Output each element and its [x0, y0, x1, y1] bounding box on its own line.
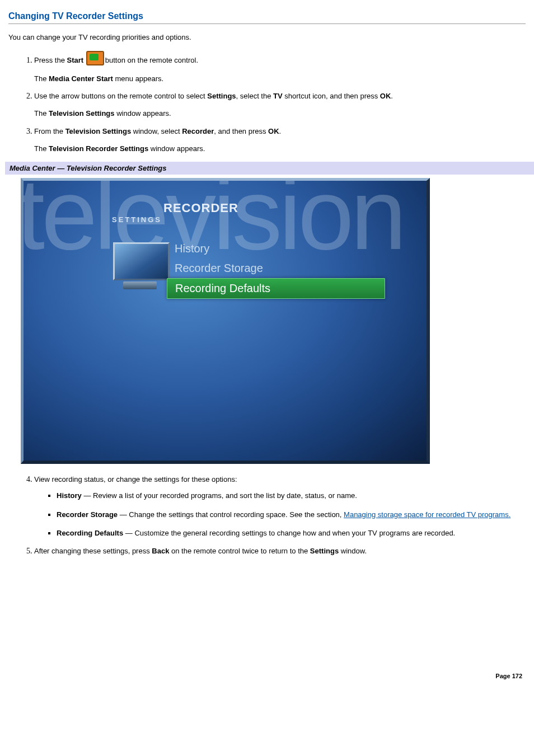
step4-text: View recording status, or change the set… [34, 475, 526, 483]
step5-b: on the remote control twice to return to… [169, 547, 310, 555]
steps-list: Press the Start button on the remote con… [8, 51, 526, 154]
step5-c: window. [339, 547, 367, 555]
step2-c: , select the [236, 92, 273, 100]
recorder-settings-screenshot: television RECORDER SETTINGS History Rec… [21, 178, 430, 464]
step2-b2: TV [273, 92, 283, 100]
bullet-recorder-storage: Recorder Storage — Change the settings t… [57, 509, 526, 520]
bullet-storage-text: Change the settings that control recordi… [129, 510, 344, 519]
bullet-defaults-sep: — [123, 529, 134, 537]
start-button-icon [86, 51, 104, 65]
step-1: Press the Start button on the remote con… [34, 51, 526, 84]
step1-follow-a: The [34, 74, 49, 83]
bullet-recording-defaults: Recording Defaults — Customize the gener… [57, 528, 526, 539]
step5-a: After changing these settings, press [34, 547, 152, 555]
step3-a: From the [34, 127, 65, 135]
recorder-option-list: History Recorder Storage Recording Defau… [167, 239, 385, 299]
bullet-history: History — Review a list of your recorded… [57, 490, 526, 501]
tv-monitor-icon [113, 242, 166, 288]
bullet-storage-name: Recorder Storage [57, 510, 118, 519]
intro-text: You can change your TV recording priorit… [8, 32, 526, 43]
step2-b3: OK [380, 92, 391, 100]
bullet-history-text: Review a list of your recorded programs,… [93, 491, 357, 500]
step2-follow-a: The [34, 109, 49, 118]
step1-follow-b: menu appears. [113, 74, 163, 83]
step2-e: . [391, 92, 393, 100]
step2-follow-bold: Television Settings [49, 109, 115, 118]
step5-b1: Back [152, 547, 169, 555]
bullet-defaults-text: Customize the general recording settings… [134, 529, 455, 537]
option-recorder-storage[interactable]: Recorder Storage [167, 259, 385, 278]
option-recording-defaults[interactable]: Recording Defaults [167, 278, 385, 299]
screen-title-recorder: RECORDER [163, 201, 238, 215]
option-history[interactable]: History [167, 239, 385, 259]
step2-follow-b: window appears. [115, 109, 171, 118]
step3-follow-a: The [34, 144, 49, 153]
step1-start-label: Start [67, 56, 84, 64]
step-2: Use the arrow buttons on the remote cont… [34, 92, 526, 119]
step1-text-b: button on the remote control. [105, 56, 198, 64]
step-3: From the Television Settings window, sel… [34, 127, 526, 154]
bullet-storage-sep: — [118, 510, 129, 519]
step1-text-a: Press the [34, 56, 67, 64]
section-heading: Changing TV Recorder Settings [8, 11, 526, 21]
step3-follow-b: window appears. [148, 144, 205, 153]
step3-b1: Television Settings [65, 127, 132, 135]
steps-list-continued: View recording status, or change the set… [8, 475, 526, 555]
bullet-defaults-name: Recording Defaults [57, 529, 123, 537]
step3-c: , and then press [214, 127, 268, 135]
step3-follow-bold: Television Recorder Settings [49, 144, 148, 153]
step3-b2: Recorder [182, 127, 214, 135]
step3-b: window, select [131, 127, 182, 135]
page-number: Page 172 [8, 673, 526, 679]
step-4: View recording status, or change the set… [34, 475, 526, 539]
step1-follow-bold: Media Center Start [49, 74, 113, 83]
link-managing-storage[interactable]: Managing storage space for recorded TV p… [344, 510, 510, 519]
bullet-history-name: History [57, 491, 82, 500]
step2-b1: Settings [207, 92, 236, 100]
step3-b3: OK [268, 127, 279, 135]
step3-d: . [279, 127, 282, 135]
bullet-history-sep: — [82, 491, 93, 500]
step5-b2: Settings [310, 547, 339, 555]
step2-d: shortcut icon, and then press [283, 92, 380, 100]
step2-a: Use the arrow buttons on the remote cont… [34, 92, 207, 100]
step-5: After changing these settings, press Bac… [34, 547, 526, 555]
screenshot-caption: Media Center — Television Recorder Setti… [5, 162, 534, 175]
heading-divider [8, 24, 526, 24]
option-bullet-list: History — Review a list of your recorded… [34, 490, 526, 539]
screen-subtitle-settings: SETTINGS [112, 215, 162, 224]
